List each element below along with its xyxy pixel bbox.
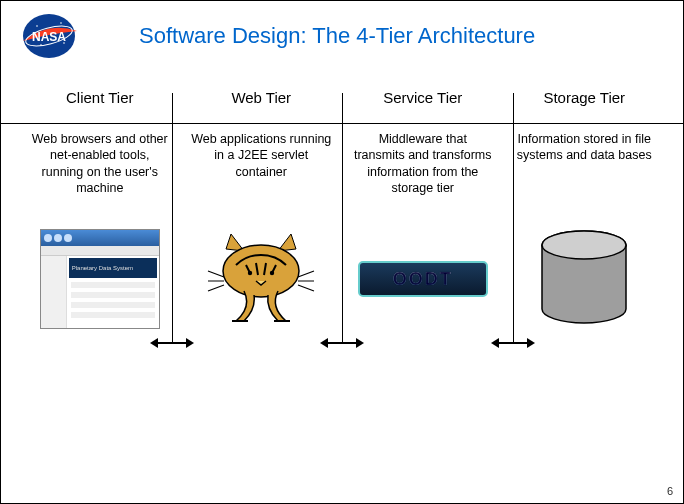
nasa-logo-icon: NASA xyxy=(19,11,79,61)
svg-marker-16 xyxy=(320,338,328,348)
tier-service: Service Tier Middleware that transmits a… xyxy=(342,89,504,339)
svg-marker-13 xyxy=(150,338,158,348)
header: NASA Software Design: The 4-Tier Archite… xyxy=(19,11,665,61)
tier-description: Middleware that transmits and transforms… xyxy=(342,119,504,215)
svg-text:NASA: NASA xyxy=(32,30,66,44)
oodt-icon: OODT xyxy=(358,261,488,297)
double-arrow-icon xyxy=(150,337,194,349)
slide: NASA Software Design: The 4-Tier Archite… xyxy=(0,0,684,504)
svg-point-2 xyxy=(36,25,38,27)
tier-illustration xyxy=(181,219,343,339)
tier-heading: Client Tier xyxy=(19,89,181,119)
tier-description: Web browsers and other net-enabled tools… xyxy=(19,119,181,215)
tier-description: Web applications running in a J2EE servl… xyxy=(181,119,343,215)
svg-marker-20 xyxy=(527,338,535,348)
svg-marker-19 xyxy=(491,338,499,348)
svg-marker-14 xyxy=(186,338,194,348)
svg-point-7 xyxy=(223,245,299,297)
tier-row: Client Tier Web browsers and other net-e… xyxy=(19,89,665,339)
svg-marker-17 xyxy=(356,338,364,348)
tier-heading: Web Tier xyxy=(181,89,343,119)
tier-storage: Storage Tier Information stored in file … xyxy=(504,89,666,339)
double-arrow-icon xyxy=(320,337,364,349)
arrow-row xyxy=(1,337,683,357)
browser-icon: Planetary Data System xyxy=(40,229,160,329)
tomcat-icon xyxy=(206,229,316,329)
page-number: 6 xyxy=(667,485,673,497)
tier-client: Client Tier Web browsers and other net-e… xyxy=(19,89,181,339)
tier-heading: Service Tier xyxy=(342,89,504,119)
slide-title: Software Design: The 4-Tier Architecture xyxy=(139,23,535,49)
svg-point-11 xyxy=(542,231,626,259)
oodt-label: OODT xyxy=(393,269,453,290)
svg-point-3 xyxy=(60,22,62,24)
tier-illustration xyxy=(504,219,666,339)
svg-point-4 xyxy=(40,44,42,46)
database-cylinder-icon xyxy=(536,229,632,329)
tier-description: Information stored in file systems and d… xyxy=(504,119,666,215)
svg-point-9 xyxy=(270,271,274,275)
svg-point-8 xyxy=(248,271,252,275)
tier-heading: Storage Tier xyxy=(504,89,666,119)
double-arrow-icon xyxy=(491,337,535,349)
browser-banner-text: Planetary Data System xyxy=(69,258,157,278)
tier-web: Web Tier Web applications running in a J… xyxy=(181,89,343,339)
tier-illustration: OODT xyxy=(342,219,504,339)
tier-illustration: Planetary Data System xyxy=(19,219,181,339)
